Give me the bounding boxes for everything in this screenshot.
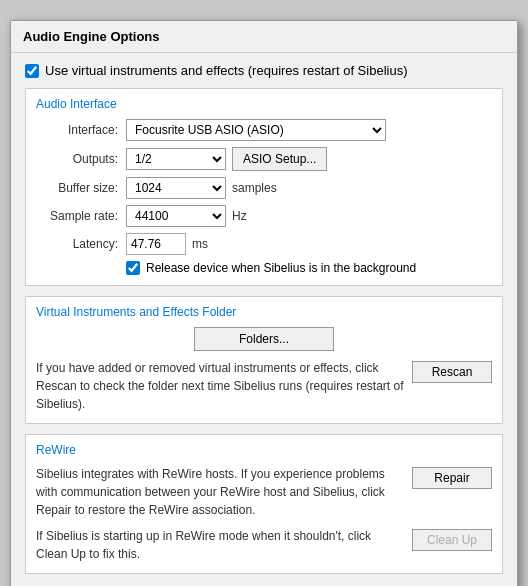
interface-label: Interface: <box>36 123 126 137</box>
sample-row: Sample rate: 44100 Hz <box>36 205 492 227</box>
interface-select[interactable]: Focusrite USB ASIO (ASIO) <box>126 119 386 141</box>
sample-control: 44100 Hz <box>126 205 247 227</box>
rescan-row: If you have added or removed virtual ins… <box>36 359 492 413</box>
virtual-folder-title: Virtual Instruments and Effects Folder <box>36 305 492 319</box>
latency-unit: ms <box>192 237 208 251</box>
virtual-folder-description: If you have added or removed virtual ins… <box>36 359 404 413</box>
folder-btn-row: Folders... <box>36 327 492 351</box>
audio-engine-dialog: Audio Engine Options Use virtual instrum… <box>10 20 518 586</box>
buffer-control: 1024 samples <box>126 177 277 199</box>
outputs-control: 1/2 ASIO Setup... <box>126 147 327 171</box>
release-row: Release device when Sibelius is in the b… <box>126 261 492 275</box>
sample-label: Sample rate: <box>36 209 126 223</box>
outputs-row: Outputs: 1/2 ASIO Setup... <box>36 147 492 171</box>
outputs-label: Outputs: <box>36 152 126 166</box>
repair-btn-col: Repair <box>412 465 492 519</box>
interface-control: Focusrite USB ASIO (ASIO) <box>126 119 386 141</box>
release-label: Release device when Sibelius is in the b… <box>146 261 416 275</box>
cleanup-btn-col: Clean Up <box>412 527 492 563</box>
audio-interface-title: Audio Interface <box>36 97 492 111</box>
rewire-row2: If Sibelius is starting up in ReWire mod… <box>36 527 492 563</box>
sample-select[interactable]: 44100 <box>126 205 226 227</box>
use-virtual-row: Use virtual instruments and effects (req… <box>25 63 503 78</box>
sample-unit: Hz <box>232 209 247 223</box>
buffer-row: Buffer size: 1024 samples <box>36 177 492 199</box>
rescan-button[interactable]: Rescan <box>412 361 492 383</box>
asio-setup-button[interactable]: ASIO Setup... <box>232 147 327 171</box>
use-virtual-checkbox[interactable] <box>25 64 39 78</box>
folders-button[interactable]: Folders... <box>194 327 334 351</box>
buffer-select[interactable]: 1024 <box>126 177 226 199</box>
rewire-section: ReWire Sibelius integrates with ReWire h… <box>25 434 503 574</box>
buffer-unit: samples <box>232 181 277 195</box>
use-virtual-label: Use virtual instruments and effects (req… <box>45 63 407 78</box>
repair-button[interactable]: Repair <box>412 467 492 489</box>
latency-label: Latency: <box>36 237 126 251</box>
rewire-text1: Sibelius integrates with ReWire hosts. I… <box>36 465 404 519</box>
rewire-title: ReWire <box>36 443 492 457</box>
rescan-btn-col: Rescan <box>412 359 492 383</box>
audio-interface-section: Audio Interface Interface: Focusrite USB… <box>25 88 503 286</box>
latency-control: ms <box>126 233 208 255</box>
virtual-folder-section: Virtual Instruments and Effects Folder F… <box>25 296 503 424</box>
rewire-row1: Sibelius integrates with ReWire hosts. I… <box>36 465 492 519</box>
cleanup-button[interactable]: Clean Up <box>412 529 492 551</box>
release-checkbox[interactable] <box>126 261 140 275</box>
dialog-title: Audio Engine Options <box>11 21 517 53</box>
latency-row: Latency: ms <box>36 233 492 255</box>
latency-input[interactable] <box>126 233 186 255</box>
interface-row: Interface: Focusrite USB ASIO (ASIO) <box>36 119 492 141</box>
dialog-body: Use virtual instruments and effects (req… <box>11 53 517 586</box>
rewire-text2: If Sibelius is starting up in ReWire mod… <box>36 527 404 563</box>
buffer-label: Buffer size: <box>36 181 126 195</box>
outputs-select[interactable]: 1/2 <box>126 148 226 170</box>
